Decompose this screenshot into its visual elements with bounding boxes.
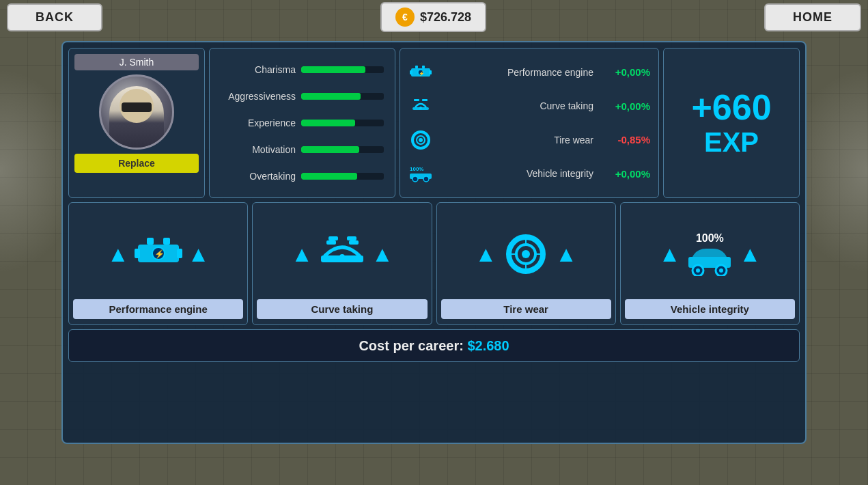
replace-button[interactable]: Replace	[74, 154, 199, 173]
balance-display: € $726.728	[380, 2, 486, 32]
stat-bar-charisma	[301, 66, 365, 73]
svg-rect-27	[347, 236, 356, 240]
arrow-up-right-integrity: ▲	[739, 243, 761, 265]
stat-bar-container-charisma	[301, 66, 384, 73]
perf-value-engine: +0,00%	[599, 66, 650, 78]
arrow-up-right-tire: ▲	[555, 243, 577, 265]
cost-label: Cost per career:	[359, 338, 463, 354]
coin-icon: €	[395, 8, 415, 27]
back-button[interactable]: BACK	[7, 3, 102, 31]
arrow-up-left-tire: ▲	[475, 243, 496, 265]
stats-panel: Charisma Aggressiveness Experience Motiv…	[209, 48, 395, 198]
tire-upgrade-icon	[502, 234, 550, 275]
upgrade-label-integrity[interactable]: Vehicle integrity	[625, 299, 795, 319]
stat-label-charisma: Charisma	[221, 64, 296, 75]
upgrade-icons-curve: ▲ ▲	[291, 208, 393, 299]
stat-label-motivation: Motivation	[221, 144, 296, 155]
svg-text:⚡: ⚡	[154, 249, 165, 259]
stat-label-overtaking: Overtaking	[221, 171, 296, 182]
svg-rect-21	[135, 249, 140, 258]
stat-row-overtaking: Overtaking	[221, 171, 384, 182]
stat-bar-container-motivation	[301, 146, 384, 153]
svg-point-16	[412, 176, 418, 182]
percent-label: 100%	[696, 232, 724, 245]
stat-row-motivation: Motivation	[221, 144, 384, 155]
stat-label-experience: Experience	[221, 117, 296, 128]
performance-panel: ⚡ Performance engine +0,00% Curve ta	[400, 48, 659, 198]
stat-row-charisma: Charisma	[221, 64, 384, 75]
tire-icon	[408, 130, 433, 150]
curve-upgrade-icon	[318, 234, 366, 275]
svg-rect-9	[422, 99, 428, 101]
svg-point-10	[419, 107, 422, 109]
stat-bar-overtaking	[301, 173, 357, 180]
svg-rect-4	[429, 70, 432, 74]
main-panel: J. Smith Replace Charisma Aggressiveness	[61, 41, 807, 444]
avatar	[99, 74, 174, 150]
svg-point-42	[719, 268, 723, 273]
stat-bar-container-aggressiveness	[301, 93, 384, 100]
svg-point-33	[522, 250, 530, 258]
arrow-up-left-integrity: ▲	[659, 243, 681, 265]
top-section: J. Smith Replace Charisma Aggressiveness	[68, 48, 800, 198]
perf-value-tire: -0,85%	[599, 134, 650, 146]
upgrade-section: ▲ ⚡ ▲ Performance engine ▲	[68, 202, 800, 325]
arrow-up-right-engine: ▲	[188, 243, 210, 265]
upgrade-label-engine[interactable]: Performance engine	[73, 299, 243, 319]
arrow-up-right-curve: ▲	[372, 243, 393, 265]
stat-bar-experience	[301, 120, 355, 126]
engine-icon: ⚡	[408, 63, 433, 82]
svg-point-30	[339, 254, 345, 260]
perf-row-engine: ⚡ Performance engine +0,00%	[408, 63, 650, 82]
exp-value: +660	[691, 88, 771, 127]
upgrade-label-curve[interactable]: Curve taking	[257, 299, 427, 319]
avatar-glasses	[122, 102, 152, 112]
arrow-up-left-curve: ▲	[291, 243, 313, 265]
exp-label: EXP	[704, 127, 759, 158]
svg-text:100%: 100%	[410, 166, 423, 172]
svg-point-17	[423, 176, 429, 182]
perf-value-integrity: +0,00%	[599, 168, 650, 180]
svg-point-13	[419, 138, 423, 142]
svg-text:⚡: ⚡	[419, 70, 425, 77]
svg-rect-1	[415, 66, 418, 68]
upgrade-card-curve[interactable]: ▲ ▲ Curve taking	[252, 202, 432, 325]
svg-rect-20	[163, 238, 170, 245]
driver-name: J. Smith	[74, 54, 199, 70]
stat-bar-container-experience	[301, 120, 384, 126]
home-button[interactable]: HOME	[764, 3, 861, 31]
cost-amount: $2.680	[464, 338, 509, 354]
avatar-figure	[109, 86, 164, 148]
stat-row-aggressiveness: Aggressiveness	[221, 91, 384, 102]
perf-row-tire: Tire wear -0,85%	[408, 130, 650, 150]
svg-rect-19	[147, 238, 154, 245]
svg-rect-3	[410, 70, 412, 74]
upgrade-icons-tire: ▲ ▲	[475, 208, 576, 299]
engine-upgrade-icon: ⚡	[135, 234, 182, 275]
driver-card: J. Smith Replace	[68, 48, 205, 198]
svg-rect-26	[328, 236, 338, 240]
header: BACK € $726.728 HOME	[0, 0, 868, 34]
upgrade-card-integrity[interactable]: ▲ 100% ▲ Vehicle integrity	[620, 202, 800, 325]
perf-label-engine: Performance engine	[438, 67, 593, 78]
stat-bar-motivation	[301, 146, 359, 153]
car-integrity-icon	[686, 246, 733, 276]
curve-icon	[408, 96, 433, 115]
balance-amount: $726.728	[420, 10, 471, 25]
perf-row-curve: Curve taking +0,00%	[408, 96, 650, 115]
perf-row-integrity: 100% Vehicle integrity +0,00%	[408, 164, 650, 183]
upgrade-card-tire[interactable]: ▲ ▲ Tire wear	[436, 202, 616, 325]
perf-label-curve: Curve taking	[438, 100, 593, 111]
upgrade-card-engine[interactable]: ▲ ⚡ ▲ Performance engine	[68, 202, 248, 325]
stat-bar-container-overtaking	[301, 173, 384, 180]
perf-label-tire: Tire wear	[438, 135, 593, 146]
integrity-icon: 100%	[408, 164, 433, 183]
arrow-up-left-engine: ▲	[107, 243, 129, 265]
upgrade-icons-integrity: ▲ 100% ▲	[659, 208, 761, 299]
perf-label-integrity: Vehicle integrity	[438, 168, 593, 179]
stat-bar-aggressiveness	[301, 93, 361, 100]
upgrade-label-tire[interactable]: Tire wear	[441, 299, 611, 319]
svg-rect-29	[349, 240, 359, 245]
svg-point-41	[696, 268, 700, 273]
svg-rect-8	[414, 99, 419, 101]
